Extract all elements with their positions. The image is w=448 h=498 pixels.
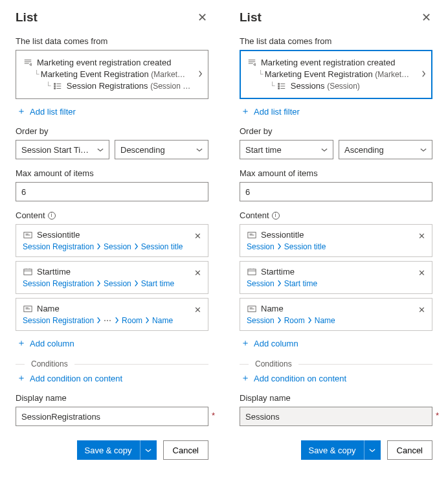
save-and-copy-button[interactable]: Save & copy <box>77 440 157 460</box>
text-field-icon <box>247 304 257 313</box>
content-label: Content <box>240 210 269 220</box>
breadcrumb-segment[interactable]: Start time <box>284 279 317 288</box>
list-panel: List ✕ The list data comes from Marketin… <box>0 0 224 473</box>
order-by-direction-select[interactable]: Ascending <box>339 140 432 159</box>
content-column-path: Session RegistrationSessionSession title <box>23 242 201 251</box>
content-column-title: Starttime <box>37 267 71 277</box>
list-panel: List ✕ The list data comes from Marketin… <box>224 0 448 473</box>
content-column-title: Sessiontitle <box>37 230 80 240</box>
add-column-button[interactable]: ＋ Add column <box>240 337 432 349</box>
add-list-filter-button[interactable]: ＋ Add list filter <box>16 106 208 117</box>
svg-rect-1 <box>54 85 56 87</box>
breadcrumb-segment[interactable]: Session Registration <box>23 279 94 288</box>
save-and-copy-split-button[interactable] <box>364 440 381 460</box>
text-field-icon <box>247 231 257 240</box>
content-column-card[interactable]: Sessiontitle ✕ SessionSession title <box>240 224 432 257</box>
breadcrumb-segment[interactable]: Session Registration <box>23 242 94 251</box>
content-column-path: Session Registration⋯RoomName <box>23 316 201 325</box>
breadcrumb-segment[interactable]: Session <box>104 279 131 288</box>
add-list-filter-button[interactable]: ＋ Add list filter <box>240 106 432 117</box>
breadcrumb-segment[interactable]: Session <box>104 242 131 251</box>
breadcrumb-segment[interactable]: Session title <box>141 242 183 251</box>
breadcrumb-segment[interactable]: Start time <box>141 279 174 288</box>
entity-level1: Marketing Event Registration (Market… <box>41 69 185 80</box>
text-field-icon <box>23 231 33 240</box>
save-and-copy-button[interactable]: Save & copy <box>301 440 381 460</box>
breadcrumb-sep-icon <box>277 317 282 325</box>
content-column-title: Sessiontitle <box>261 230 304 240</box>
svg-rect-7 <box>278 85 280 87</box>
data-source-label: The list data comes from <box>240 36 432 46</box>
content-column-path: SessionSession title <box>247 242 425 251</box>
content-label: Content <box>16 210 45 220</box>
remove-column-icon[interactable]: ✕ <box>418 268 425 278</box>
content-column-path: Session RegistrationSessionStart time <box>23 279 201 288</box>
content-column-card[interactable]: Name ✕ SessionRoomName <box>240 298 432 331</box>
remove-column-icon[interactable]: ✕ <box>194 231 201 241</box>
breadcrumb-segment[interactable]: Room <box>122 316 142 325</box>
close-icon[interactable]: ✕ <box>420 11 432 24</box>
order-by-direction-select[interactable]: Descending <box>115 140 208 159</box>
content-column-card[interactable]: Starttime ✕ Session RegistrationSessionS… <box>16 261 208 294</box>
remove-column-icon[interactable]: ✕ <box>418 231 425 241</box>
breadcrumb-sep-icon <box>277 243 282 251</box>
content-column-path: SessionRoomName <box>247 316 425 325</box>
tree-elbow-icon: └ <box>46 80 51 91</box>
info-icon[interactable]: i <box>48 212 56 220</box>
content-column-card[interactable]: Sessiontitle ✕ Session RegistrationSessi… <box>16 224 208 257</box>
breadcrumb-ellipsis[interactable]: ⋯ <box>104 316 112 325</box>
max-items-input[interactable]: 6 <box>240 182 432 201</box>
cancel-button[interactable]: Cancel <box>387 440 432 460</box>
order-by-field-select[interactable]: Session Start Ti… <box>16 140 109 159</box>
close-icon[interactable]: ✕ <box>196 11 208 24</box>
breadcrumb-sep-icon <box>115 317 119 325</box>
entity-level1: Marketing Event Registration (Market… <box>265 69 409 80</box>
add-condition-button[interactable]: ＋ Add condition on content <box>240 372 432 384</box>
breadcrumb-segment[interactable]: Name <box>315 316 335 325</box>
display-name-label: Display name <box>16 393 208 403</box>
calendar-icon <box>23 267 33 277</box>
plus-icon: ＋ <box>16 372 27 384</box>
plus-icon: ＋ <box>16 337 27 349</box>
order-by-direction-value: Descending <box>120 145 165 155</box>
panel-title: List <box>16 10 38 25</box>
order-by-label: Order by <box>16 126 208 136</box>
max-items-input[interactable]: 6 <box>16 182 208 201</box>
breadcrumb-segment[interactable]: Name <box>152 316 173 325</box>
content-column-card[interactable]: Starttime ✕ SessionStart time <box>240 261 432 294</box>
add-column-button[interactable]: ＋ Add column <box>16 337 208 349</box>
content-column-card[interactable]: Name ✕ Session Registration⋯RoomName <box>16 298 208 331</box>
display-name-input: Sessions <box>240 407 432 426</box>
breadcrumb-sep-icon <box>96 280 101 288</box>
trigger-name: Marketing event registration created <box>37 57 171 69</box>
remove-column-icon[interactable]: ✕ <box>418 305 425 315</box>
entity-level2: Session Registrations (Session … <box>67 80 190 92</box>
tree-elbow-icon: └ <box>34 68 39 80</box>
list-entity-icon <box>276 82 287 91</box>
display-name-label: Display name <box>240 393 432 403</box>
display-name-input[interactable]: SessionRegistrations <box>16 407 208 426</box>
cancel-button[interactable]: Cancel <box>163 440 208 460</box>
info-icon[interactable]: i <box>272 212 280 220</box>
save-and-copy-split-button[interactable] <box>140 440 157 460</box>
breadcrumb-segment[interactable]: Session title <box>284 242 326 251</box>
remove-column-icon[interactable]: ✕ <box>194 305 201 315</box>
order-by-field-select[interactable]: Start time <box>240 140 333 159</box>
max-items-label: Max amount of items <box>16 168 208 178</box>
required-indicator-icon: * <box>212 411 215 420</box>
chevron-down-icon <box>420 146 427 153</box>
breadcrumb-segment[interactable]: Session <box>247 316 274 325</box>
order-by-label: Order by <box>240 126 432 136</box>
breadcrumb-segment[interactable]: Session <box>247 242 274 251</box>
breadcrumb-segment[interactable]: Session Registration <box>23 316 94 325</box>
trigger-icon <box>247 58 257 67</box>
data-source-selector[interactable]: Marketing event registration created └ M… <box>240 50 432 99</box>
breadcrumb-segment[interactable]: Room <box>284 316 305 325</box>
breadcrumb-sep-icon <box>145 317 150 325</box>
data-source-selector[interactable]: Marketing event registration created └ M… <box>16 50 208 99</box>
breadcrumb-segment[interactable]: Session <box>247 279 274 288</box>
conditions-divider: Conditions <box>240 359 432 368</box>
data-source-label: The list data comes from <box>16 36 208 46</box>
remove-column-icon[interactable]: ✕ <box>194 268 201 278</box>
add-condition-button[interactable]: ＋ Add condition on content <box>16 372 208 384</box>
